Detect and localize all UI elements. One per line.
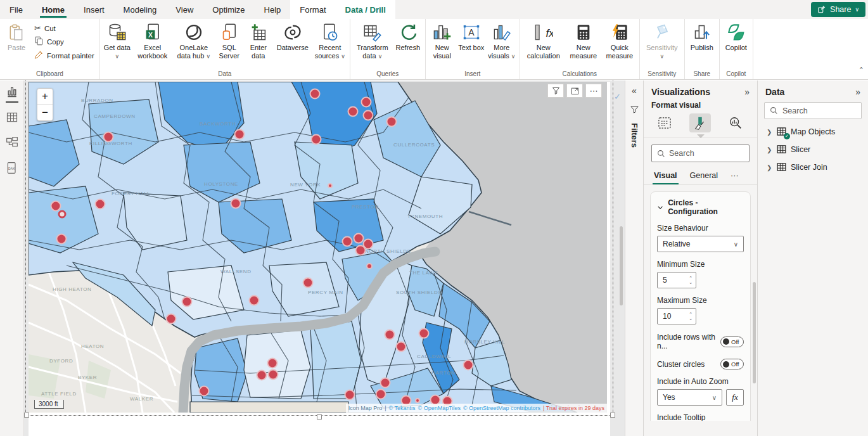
copilot-button[interactable]: Copilot bbox=[722, 20, 750, 54]
menu-tab-file[interactable]: File bbox=[0, 0, 32, 19]
menu-tab-format[interactable]: Format bbox=[290, 0, 335, 19]
format-search-input[interactable]: Search bbox=[651, 144, 750, 162]
format-visual-icon[interactable] bbox=[689, 113, 711, 132]
onelake-hub-icon bbox=[184, 23, 203, 42]
excel-workbook-button[interactable]: X Excel workbook bbox=[133, 20, 172, 62]
chevron-right-icon[interactable]: ❯ bbox=[767, 164, 773, 171]
ribbon-group-sensitivity: Sensitivity ∨ Sensitivity bbox=[640, 19, 685, 79]
tab-more[interactable]: ··· bbox=[729, 169, 740, 184]
zoom-in-button[interactable]: + bbox=[37, 89, 53, 105]
attribution-link[interactable]: © OpenStreetMap contributors bbox=[463, 405, 540, 411]
transform-data-button[interactable]: Transform data ∨ bbox=[353, 20, 392, 62]
copy-button[interactable]: Copy bbox=[32, 35, 97, 48]
size-behaviour-select[interactable]: Relative∨ bbox=[657, 236, 744, 252]
new-measure-button[interactable]: New measure bbox=[566, 20, 601, 62]
minimum-size-stepper[interactable]: 5 ⌃⌄ bbox=[657, 272, 696, 288]
more-options-icon[interactable]: ⋯ bbox=[585, 84, 602, 98]
onelake-hub-button[interactable]: OneLake data hub ∨ bbox=[174, 20, 214, 62]
format-painter-icon bbox=[34, 50, 44, 61]
menu-tab-optimize[interactable]: Optimize bbox=[203, 0, 254, 19]
build-visual-icon[interactable] bbox=[654, 113, 675, 132]
resize-handle[interactable] bbox=[317, 414, 322, 420]
maximum-size-label: Maximum Size bbox=[657, 296, 744, 305]
chevron-right-icon[interactable]: ❯ bbox=[767, 146, 773, 153]
collapse-data-icon[interactable]: » bbox=[855, 87, 860, 97]
get-data-button[interactable]: Get data ∨ bbox=[103, 20, 132, 62]
sidebar-model-view[interactable] bbox=[0, 131, 24, 157]
refresh-button[interactable]: Refresh bbox=[393, 20, 423, 54]
enter-data-button[interactable]: Enter data bbox=[245, 20, 272, 62]
svg-text:BYKER: BYKER bbox=[78, 375, 97, 380]
circles-configuration-header[interactable]: Circles - Configuration bbox=[657, 198, 744, 216]
data-pane: Data » Search ❯ ✓ Map Objects ❯ Slicer ❯… bbox=[758, 80, 868, 436]
dataverse-button[interactable]: Dataverse bbox=[274, 20, 312, 54]
menu-tab-home[interactable]: Home bbox=[32, 0, 74, 19]
new-measure-icon bbox=[575, 23, 592, 42]
resize-handle[interactable] bbox=[610, 413, 615, 418]
data-search-input[interactable]: Search bbox=[764, 102, 862, 119]
publish-icon bbox=[693, 23, 711, 42]
tab-general[interactable]: General bbox=[689, 169, 719, 184]
resize-handle[interactable] bbox=[24, 413, 29, 418]
analytics-icon[interactable] bbox=[725, 113, 746, 132]
report-view-icon bbox=[6, 86, 18, 101]
chevron-down-icon: ∨ bbox=[855, 6, 859, 13]
sidebar-table-view[interactable] bbox=[0, 106, 24, 131]
filters-collapsed-pane: « Filters bbox=[625, 80, 644, 436]
svg-text:DYFORD: DYFORD bbox=[49, 358, 73, 364]
cut-button[interactable]: ✂ Cut bbox=[32, 23, 97, 34]
zoom-out-button[interactable]: − bbox=[37, 105, 53, 120]
panel-scrollbar[interactable] bbox=[753, 282, 756, 383]
svg-text:fx: fx bbox=[546, 27, 553, 39]
data-table-slicer-join[interactable]: ❯ Slicer Join bbox=[758, 158, 868, 176]
menu-tab-modeling[interactable]: Modeling bbox=[114, 0, 167, 19]
cluster-circles-toggle[interactable]: Off bbox=[720, 359, 744, 369]
quick-measure-button[interactable]: Quick measure bbox=[603, 20, 637, 62]
menu-tab-data-drill[interactable]: Data / Drill bbox=[336, 0, 395, 19]
share-button[interactable]: Share ∨ bbox=[811, 2, 865, 17]
more-visuals-button[interactable]: More visuals ∨ bbox=[487, 20, 517, 62]
publish-button[interactable]: Publish bbox=[687, 20, 717, 54]
new-visual-button[interactable]: New visual bbox=[428, 20, 456, 62]
data-table-slicer[interactable]: ❯ Slicer bbox=[758, 141, 868, 158]
search-icon bbox=[770, 106, 778, 115]
new-calculation-button[interactable]: fx New calculation bbox=[523, 20, 565, 62]
map[interactable]: BURRADONCAMPERDOWNBACKWORTHKILLINGWORTHF… bbox=[29, 82, 607, 413]
sidebar-dax-query-view[interactable]: DAX bbox=[0, 157, 24, 182]
model-view-icon bbox=[6, 136, 18, 151]
include-in-auto-zoom-select[interactable]: Yes∨ bbox=[657, 389, 722, 406]
menu-tab-insert[interactable]: Insert bbox=[74, 0, 114, 19]
format-painter-button[interactable]: Format painter bbox=[32, 49, 97, 61]
menu-tab-view[interactable]: View bbox=[166, 0, 203, 19]
paste-button[interactable]: Paste bbox=[3, 20, 30, 54]
table-icon: ✓ bbox=[776, 126, 788, 138]
include-in-auto-zoom-fx-button[interactable]: fx bbox=[726, 389, 744, 406]
text-box-button[interactable]: A Text box bbox=[457, 20, 485, 54]
maximum-size-stepper[interactable]: 10 ⌃⌄ bbox=[657, 308, 696, 324]
attribution-link[interactable]: © OpenMapTiles bbox=[418, 405, 461, 411]
attribution-link[interactable]: © Tekantis bbox=[389, 405, 416, 411]
trial-notice: | Trial expires in 29 days bbox=[543, 405, 604, 411]
include-in-auto-zoom-label: Include in Auto Zoom bbox=[657, 377, 744, 386]
icon-map-visual[interactable]: BURRADONCAMPERDOWNBACKWORTHKILLINGWORTHF… bbox=[29, 82, 607, 413]
paste-icon bbox=[8, 23, 25, 42]
sidebar-report-view[interactable] bbox=[0, 80, 24, 106]
recent-sources-button[interactable]: Recent sources ∨ bbox=[313, 20, 347, 62]
chevron-right-icon[interactable]: ❯ bbox=[767, 129, 773, 136]
tab-visual[interactable]: Visual bbox=[653, 169, 679, 184]
sql-server-button[interactable]: SQL Server bbox=[215, 20, 243, 62]
quick-measure-icon bbox=[611, 23, 629, 42]
report-canvas[interactable]: BURRADONCAMPERDOWNBACKWORTHKILLINGWORTHF… bbox=[24, 80, 625, 436]
collapse-ribbon-icon[interactable]: ⌃ bbox=[858, 66, 864, 74]
sensitivity-button[interactable]: Sensitivity ∨ bbox=[642, 20, 682, 62]
new-calculation-icon: fx bbox=[534, 23, 553, 42]
expand-filters-icon[interactable]: « bbox=[632, 86, 637, 96]
data-table-map-objects[interactable]: ❯ ✓ Map Objects bbox=[758, 123, 868, 141]
visual-filter-icon[interactable] bbox=[547, 84, 564, 98]
focus-mode-icon[interactable] bbox=[566, 84, 583, 98]
ribbon: Paste ✂ Cut Copy Format painter Clipboar… bbox=[0, 19, 868, 80]
include-rows-with-n-toggle[interactable]: Off bbox=[720, 337, 744, 347]
menu-tab-help[interactable]: Help bbox=[255, 0, 291, 19]
collapse-visualizations-icon[interactable]: » bbox=[744, 87, 750, 97]
canvas-scrollbar[interactable] bbox=[620, 226, 623, 305]
